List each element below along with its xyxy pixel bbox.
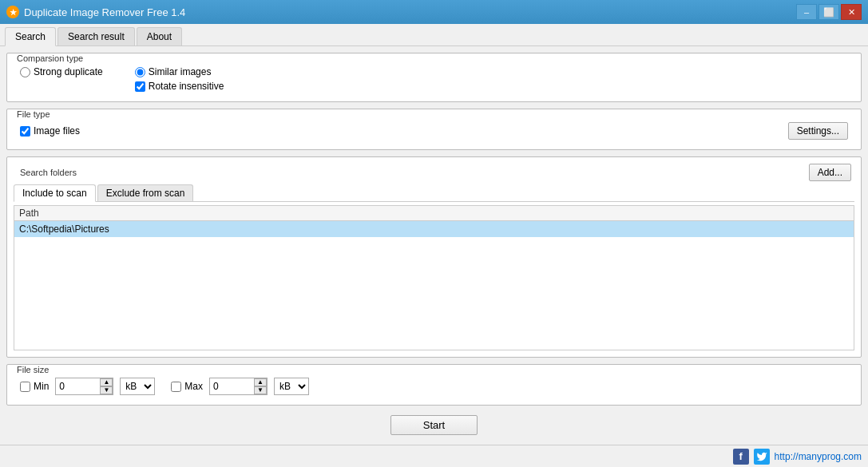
min-spin-up[interactable]: ▲ bbox=[100, 378, 113, 386]
start-area: Start bbox=[6, 412, 862, 438]
image-files-checkbox[interactable] bbox=[20, 126, 30, 137]
main-content: Comparsion type Strong duplicate Similar… bbox=[0, 46, 868, 445]
status-bar: f http://manyprog.com bbox=[0, 445, 868, 467]
subtab-bar: Include to scan Exclude from scan bbox=[14, 184, 854, 202]
similar-images-option[interactable]: Similar images bbox=[135, 66, 224, 77]
min-value-input[interactable] bbox=[56, 379, 100, 394]
comparison-legend: Comparsion type bbox=[14, 53, 86, 63]
filetype-section: File type Image files Settings... bbox=[6, 109, 862, 150]
tab-about[interactable]: About bbox=[137, 27, 182, 46]
max-spin-input[interactable]: ▲ ▼ bbox=[209, 378, 268, 395]
similar-images-label: Similar images bbox=[149, 66, 212, 77]
tab-search-result[interactable]: Search result bbox=[57, 27, 135, 46]
filesize-legend: File size bbox=[14, 365, 52, 374]
strong-duplicate-option[interactable]: Strong duplicate bbox=[20, 66, 103, 77]
image-files-label: Image files bbox=[34, 125, 80, 137]
max-checkbox-item[interactable]: Max bbox=[171, 381, 203, 392]
max-unit-select[interactable]: kB MB GB bbox=[274, 378, 309, 395]
minimize-button[interactable]: – bbox=[796, 4, 817, 20]
max-value-input[interactable] bbox=[210, 379, 254, 394]
min-label: Min bbox=[34, 381, 49, 392]
window-body: Search Search result About Comparsion ty… bbox=[0, 24, 868, 467]
app-icon: ★ bbox=[6, 6, 19, 18]
max-checkbox[interactable] bbox=[171, 382, 181, 392]
facebook-icon[interactable]: f bbox=[733, 449, 749, 465]
tab-bar: Search Search result About bbox=[0, 24, 868, 46]
fb-letter: f bbox=[739, 450, 742, 462]
strong-duplicate-label: Strong duplicate bbox=[34, 66, 103, 77]
max-spin-down[interactable]: ▼ bbox=[254, 386, 267, 394]
subtab-include[interactable]: Include to scan bbox=[14, 184, 96, 202]
rotate-insensitive-option[interactable]: Rotate insensitive bbox=[135, 81, 224, 92]
path-table: Path C:\Softpedia\Pictures bbox=[14, 205, 854, 350]
min-spin-buttons: ▲ ▼ bbox=[100, 378, 113, 394]
path-column-header: Path bbox=[14, 206, 854, 221]
min-unit-select[interactable]: kB MB GB bbox=[120, 378, 155, 395]
min-checkbox-item[interactable]: Min bbox=[20, 381, 49, 392]
title-bar: ★ Duplicate Image Remover Free 1.4 – ⬜ ✕ bbox=[0, 0, 868, 24]
start-button[interactable]: Start bbox=[390, 415, 478, 435]
similar-images-radio[interactable] bbox=[135, 67, 145, 77]
image-files-option[interactable]: Image files bbox=[20, 125, 80, 137]
twitter-icon[interactable] bbox=[754, 449, 770, 465]
max-spin-up[interactable]: ▲ bbox=[254, 378, 267, 386]
filesize-section: File size Min ▲ ▼ kB bbox=[6, 364, 862, 406]
comparison-section: Comparsion type Strong duplicate Similar… bbox=[6, 53, 862, 102]
filetype-legend: File type bbox=[14, 109, 54, 119]
settings-button[interactable]: Settings... bbox=[788, 122, 848, 140]
add-folder-button[interactable]: Add... bbox=[809, 164, 851, 181]
restore-button[interactable]: ⬜ bbox=[818, 4, 839, 20]
folders-legend: Search folders bbox=[14, 164, 77, 177]
tab-search[interactable]: Search bbox=[5, 27, 56, 46]
max-spin-buttons: ▲ ▼ bbox=[254, 378, 267, 394]
similar-images-group: Similar images Rotate insensitive bbox=[135, 66, 224, 92]
max-label: Max bbox=[184, 381, 203, 392]
path-row[interactable]: C:\Softpedia\Pictures bbox=[14, 221, 854, 237]
search-folders-section: Search folders Add... Include to scan Ex… bbox=[6, 156, 862, 358]
window-title: Duplicate Image Remover Free 1.4 bbox=[24, 6, 185, 18]
website-link[interactable]: http://manyprog.com bbox=[775, 451, 862, 462]
min-spin-down[interactable]: ▼ bbox=[100, 386, 113, 394]
subtab-exclude[interactable]: Exclude from scan bbox=[97, 184, 194, 201]
rotate-insensitive-checkbox[interactable] bbox=[135, 81, 145, 92]
folders-content: Include to scan Exclude from scan Path C… bbox=[7, 181, 861, 357]
rotate-insensitive-label: Rotate insensitive bbox=[149, 81, 224, 92]
folders-header: Search folders Add... bbox=[7, 157, 861, 181]
title-bar-left: ★ Duplicate Image Remover Free 1.4 bbox=[6, 6, 185, 18]
strong-duplicate-radio[interactable] bbox=[20, 67, 30, 77]
min-spin-input[interactable]: ▲ ▼ bbox=[55, 378, 113, 395]
svg-text:★: ★ bbox=[10, 8, 18, 17]
min-checkbox[interactable] bbox=[20, 382, 30, 392]
window-controls: – ⬜ ✕ bbox=[796, 4, 862, 20]
close-button[interactable]: ✕ bbox=[841, 4, 862, 20]
